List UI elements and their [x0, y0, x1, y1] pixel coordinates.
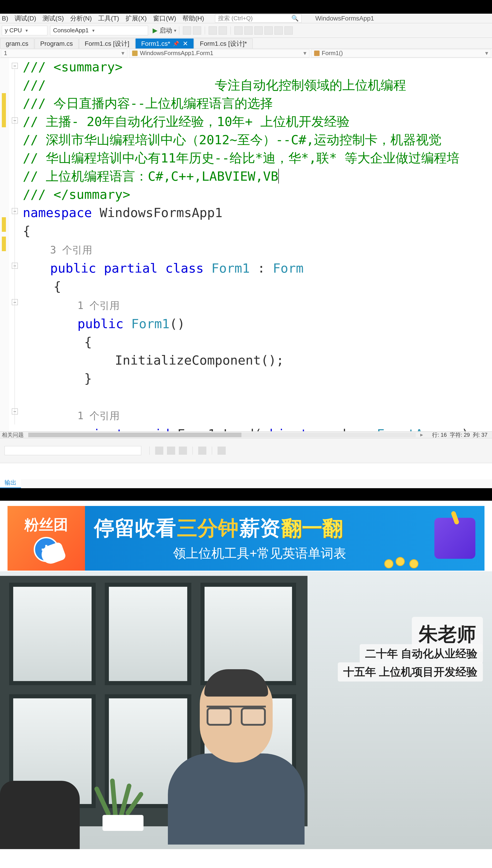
cpu-combo[interactable]: y CPU	[2, 26, 47, 35]
presenter-credential-1: 二十年 自动化从业经验	[360, 644, 483, 663]
chair-decoration	[0, 781, 80, 849]
close-icon[interactable]: ✕	[183, 40, 188, 47]
toolbar-icon-9[interactable]	[274, 26, 283, 34]
fold-toggle[interactable]: −	[12, 208, 18, 214]
change-marker	[2, 93, 6, 127]
tab-program-cs[interactable]: Program.cs	[34, 39, 79, 49]
scroll-arrow-right[interactable]: ▶	[420, 433, 423, 437]
menu-item-tools[interactable]: 工具(T)	[98, 14, 119, 23]
lower-icon-2[interactable]	[167, 446, 175, 455]
search-icon: 🔍	[291, 15, 299, 22]
menu-item-partial[interactable]: B)	[2, 15, 8, 22]
promo-banner[interactable]: 粉丝团 + 停留收看三分钟 薪资翻一翻 领上位机工具+常见英语单词表	[7, 505, 485, 571]
toolbar-icon-4[interactable]	[219, 26, 227, 34]
fold-toggle[interactable]: −	[12, 408, 18, 414]
code-editor[interactable]: − − − − − − /// <summary> /// 专注自动化控制领域的…	[0, 58, 492, 431]
toolbar-icon-5[interactable]	[235, 26, 243, 34]
change-marker	[2, 217, 6, 232]
tab-form1-designer[interactable]: Form1.cs [设计]	[79, 39, 135, 49]
code-line: // 上位机编程语言：C#,C++,LABVIEW,VB	[9, 167, 492, 185]
fold-toggle[interactable]: −	[12, 63, 18, 69]
lower-icon-1[interactable]	[155, 446, 163, 455]
code-line: /// </summary>	[9, 185, 492, 204]
code-line: // 主播- 20年自动化行业经验，10年+ 上位机开发经验	[9, 112, 492, 131]
toolbar-icon-8[interactable]	[265, 26, 273, 34]
nav-combo-left[interactable]: 1	[1, 49, 127, 57]
lower-icon-5[interactable]	[218, 446, 226, 455]
toolbar-icon-3[interactable]	[208, 26, 217, 34]
nav-combo-member[interactable]: Form1()	[311, 49, 491, 57]
output-panel-tabs: 输出	[0, 479, 492, 488]
lower-combo[interactable]	[4, 446, 141, 455]
tab-form1-cs-active[interactable]: Form1.cs* 📌 ✕	[136, 39, 194, 49]
code-line: {	[9, 333, 492, 351]
menu-item-extensions[interactable]: 扩展(X)	[125, 14, 147, 23]
menu-item-analyze[interactable]: 分析(N)	[70, 14, 92, 23]
banner-headline: 停留收看三分钟 薪资翻一翻	[94, 514, 425, 542]
toolbar-icon-6[interactable]	[244, 26, 253, 34]
startup-project-combo[interactable]: ConsoleApp1	[50, 26, 148, 35]
code-nav-strip: 1 WindowsFormsApp1.Form1 Form1()	[0, 49, 492, 58]
presenter-credential-2: 十五年 上位机项目开发经验	[338, 662, 483, 682]
status-line: 行: 16 字符: 29 列: 37	[427, 431, 492, 438]
app-title: WindowsFormsApp1	[315, 15, 374, 22]
tab-label: gram.cs	[6, 40, 28, 47]
tab-label: Form1.cs [设计]*	[200, 40, 247, 48]
play-icon[interactable]: ▶	[153, 27, 157, 34]
fan-badge[interactable]: 粉丝团 +	[7, 506, 85, 571]
text-caret	[278, 169, 279, 183]
pin-icon[interactable]: 📌	[173, 41, 179, 47]
chevron-down-icon[interactable]: ▾	[174, 28, 176, 33]
tab-form1-designer-mod[interactable]: Form1.cs [设计]*	[194, 39, 253, 49]
menu-item-debug[interactable]: 调试(D)	[15, 14, 36, 23]
code-line	[9, 387, 492, 406]
output-tab[interactable]: 输出	[0, 478, 21, 488]
fold-toggle[interactable]: −	[12, 299, 18, 305]
nav-label: Form1()	[322, 50, 343, 57]
codelens-references[interactable]: 3 个引用	[9, 240, 492, 259]
scrollbar-track[interactable]	[28, 433, 416, 437]
tab-gram-cs[interactable]: gram.cs	[0, 39, 34, 49]
tab-label: Form1.cs [设计]	[85, 40, 129, 48]
codelens-references[interactable]: 1 个引用	[9, 406, 492, 425]
hand-cursor-icon	[39, 541, 67, 566]
editor-hscroll[interactable]: 相关问题 ▶ 行: 16 字符: 29 列: 37	[0, 431, 492, 438]
code-line: /// <summary>	[9, 58, 492, 76]
method-icon	[314, 51, 320, 56]
tab-label: Program.cs	[40, 40, 73, 47]
lower-icon-3[interactable]	[179, 446, 187, 455]
tab-label: Form1.cs*	[141, 40, 170, 47]
menu-item-window[interactable]: 窗口(W)	[153, 14, 176, 23]
presenter-name: 朱老师	[419, 621, 476, 647]
fold-toggle[interactable]: −	[12, 263, 18, 269]
fold-toggle[interactable]: −	[12, 118, 18, 123]
search-placeholder: 搜索 (Ctrl+Q)	[218, 14, 253, 22]
menu-item-help[interactable]: 帮助(H)	[182, 14, 204, 23]
code-line: /// 专注自动化控制领域的上位机编程	[9, 76, 492, 94]
nav-label: 1	[4, 50, 7, 57]
menu-item-test[interactable]: 测试(S)	[43, 14, 64, 23]
class-icon	[132, 51, 138, 56]
start-button[interactable]: 启动	[159, 26, 172, 35]
plus-icon[interactable]: +	[34, 537, 59, 562]
blank-area	[0, 463, 492, 479]
toolbar-icon-2[interactable]	[193, 26, 201, 34]
nav-combo-class[interactable]: WindowsFormsApp1.Form1	[129, 49, 309, 57]
coins-decoration	[384, 555, 430, 568]
codelens-references[interactable]: 1 个引用	[9, 296, 492, 315]
code-line: InitializeComponent();	[9, 351, 492, 369]
separator	[205, 26, 205, 34]
separator	[212, 446, 212, 455]
toolbar-icon-7[interactable]	[254, 26, 263, 34]
separator	[149, 446, 150, 455]
related-issues-label[interactable]: 相关问题	[0, 431, 24, 438]
scrollbar-thumb[interactable]	[28, 433, 242, 437]
lower-icon-4[interactable]	[198, 446, 206, 455]
toolbar-icon-1[interactable]	[183, 26, 191, 34]
toolbar-icon-10[interactable]	[285, 26, 293, 34]
menubar: B) 调试(D) 测试(S) 分析(N) 工具(T) 扩展(X) 窗口(W) 帮…	[0, 14, 492, 23]
bottom-black-bar	[0, 488, 492, 501]
search-input[interactable]: 搜索 (Ctrl+Q) 🔍	[215, 14, 301, 23]
webcam-video: 朱老师 二十年 自动化从业经验 十五年 上位机项目开发经验	[0, 571, 492, 849]
code-line: private void Form1_Load(object sender, E…	[9, 425, 492, 431]
